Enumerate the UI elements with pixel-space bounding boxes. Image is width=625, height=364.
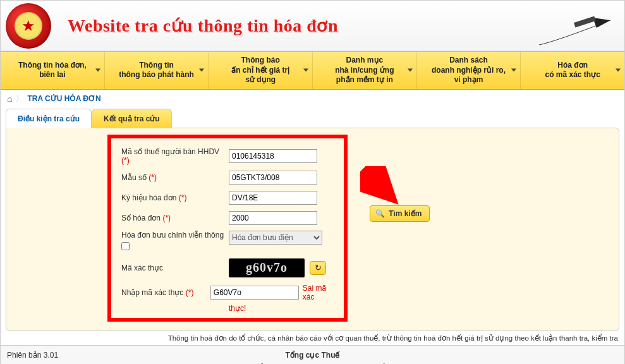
svg-line-2 — [367, 173, 395, 201]
search-form: Mã số thuế người bán HHDV (*) Mẫu số (*)… — [107, 135, 348, 322]
chevron-down-icon — [199, 69, 204, 72]
sohd-label: Số hóa đơn (*) — [121, 214, 229, 222]
chevron-down-icon — [511, 69, 516, 72]
search-icon: 🔍 — [375, 209, 385, 218]
pen-illustration — [536, 16, 612, 48]
breadcrumb: ⌂ 〉 TRA CỨU HÓA ĐƠN — [1, 90, 624, 108]
star-icon: ★ — [21, 18, 35, 33]
captcha-error-line2: thực! — [229, 304, 334, 313]
footer: Phiên bản 3.01 Tổng cục Thuế Địa Chỉ: 12… — [1, 345, 624, 364]
home-icon[interactable]: ⌂ — [7, 94, 12, 104]
tabbar: Điều kiện tra cứu Kết quả tra cứu — [6, 108, 619, 128]
tabset: Điều kiện tra cứu Kết quả tra cứu Mã số … — [6, 108, 619, 331]
refresh-icon: ↻ — [315, 263, 322, 272]
breadcrumb-sep: 〉 — [16, 94, 23, 104]
kyhieu-input[interactable] — [229, 191, 317, 205]
svg-marker-0 — [593, 18, 610, 28]
chevron-down-icon — [95, 69, 100, 72]
main-nav: Thông tin hóa đơn, biên lai Thông tin th… — [1, 51, 624, 90]
sohd-input[interactable] — [229, 211, 317, 225]
buudien-checkbox[interactable] — [121, 242, 130, 250]
nav-item-2[interactable]: Thông báo ấn chỉ hết giá trị sử dụng — [209, 52, 313, 89]
captcha-error: Sai mã xác — [303, 284, 334, 301]
footer-version: Phiên bản 3.01 — [7, 349, 58, 361]
site-title: Website tra cứu thông tin hóa đơn — [68, 15, 338, 36]
chevron-down-icon — [303, 69, 308, 72]
nav-item-3[interactable]: Danh mục nhà in/cung ứng phần mềm tự in — [313, 52, 417, 89]
mst-input[interactable] — [229, 149, 317, 163]
captcha-input[interactable] — [210, 286, 299, 300]
footer-address: Địa Chỉ: 123 Lò Đúc - Hai Bà Trưng - Hà … — [1, 361, 624, 364]
kyhieu-label: Ký hiệu hóa đơn (*) — [121, 193, 229, 202]
nav-item-1[interactable]: Thông tin thông báo phát hành — [105, 52, 209, 89]
captcha-label: Mã xác thực — [121, 264, 229, 272]
site-seal: ★ — [6, 3, 51, 49]
search-button[interactable]: 🔍 Tìm kiếm — [370, 205, 430, 222]
captcha-input-label: Nhập mã xác thực (*) — [121, 288, 210, 297]
nav-item-4[interactable]: Danh sách doanh nghiệp rủi ro, vi phạm — [417, 52, 521, 89]
nav-item-5[interactable]: Hóa đơn có mã xác thực — [521, 52, 624, 89]
header: ★ Website tra cứu thông tin hóa đơn — [1, 1, 624, 51]
search-panel: Mã số thuế người bán HHDV (*) Mẫu số (*)… — [6, 128, 619, 331]
footer-note: Thông tin hoá đơn do tổ chức, cá nhân bá… — [1, 331, 624, 345]
tab-conditions[interactable]: Điều kiện tra cứu — [6, 109, 92, 128]
chevron-down-icon — [408, 69, 413, 72]
search-button-label: Tìm kiếm — [389, 209, 422, 218]
chevron-down-icon — [616, 69, 621, 72]
mauso-label: Mẫu số (*) — [121, 173, 229, 182]
page: ★ Website tra cứu thông tin hóa đơn Thôn… — [0, 0, 625, 364]
svg-rect-1 — [574, 16, 596, 28]
footer-org: Tổng cục Thuế — [1, 349, 624, 361]
mauso-input[interactable] — [229, 171, 317, 185]
captcha-image: g60v7o — [229, 258, 305, 277]
captcha-refresh-button[interactable]: ↻ — [310, 261, 326, 275]
mst-label: Mã số thuế người bán HHDV (*) — [121, 147, 229, 165]
breadcrumb-current: TRA CỨU HÓA ĐƠN — [27, 94, 100, 103]
nav-item-0[interactable]: Thông tin hóa đơn, biên lai — [1, 52, 105, 89]
buudien-select[interactable]: Hóa đơn bưu điện — [229, 231, 322, 245]
buudien-label: Hóa đơn bưu chính viễn thông — [121, 231, 229, 252]
tab-results[interactable]: Kết quả tra cứu — [92, 109, 172, 128]
